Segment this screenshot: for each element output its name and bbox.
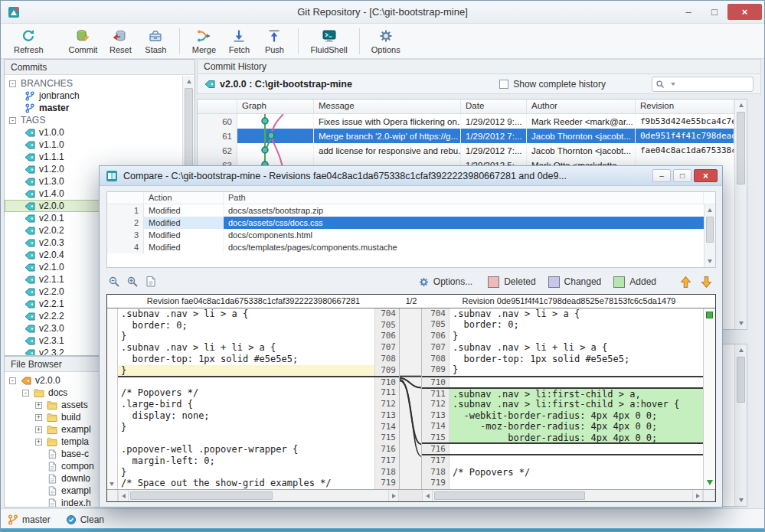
column-header-revision[interactable]: Revision <box>636 100 734 113</box>
scroll-left-icon[interactable] <box>422 490 433 501</box>
commit-table-scrollbar[interactable] <box>734 100 747 329</box>
collapse-expander-icon[interactable]: - <box>9 80 16 87</box>
tree-section-branches[interactable]: -BRANCHES <box>5 77 182 90</box>
collapse-expander-icon[interactable]: - <box>9 377 16 384</box>
tag-item-v1.1.0[interactable]: v1.1.0 <box>5 139 182 151</box>
details-scrollbar[interactable] <box>734 344 747 506</box>
diff-connector <box>400 308 421 489</box>
line-number: 709 <box>374 365 399 377</box>
column-header-author[interactable]: Author <box>527 100 636 113</box>
close-button[interactable]: × <box>727 4 762 20</box>
scroll-down-icon[interactable] <box>735 494 747 506</box>
column-header-graph[interactable]: Graph <box>237 100 314 113</box>
legend-deleted: Deleted <box>488 276 535 288</box>
file-row[interactable]: 4Modifieddocs/templates/pages/components… <box>107 241 704 253</box>
branches-section-label: BRANCHES <box>21 78 73 89</box>
reset-button[interactable]: Reset <box>103 25 138 57</box>
file-row[interactable]: 1Modifieddocs/assets/bootstrap.zip <box>107 204 704 217</box>
refresh-button[interactable]: Refresh <box>8 25 49 57</box>
scroll-right-icon[interactable] <box>388 490 399 501</box>
diff-horizontal-scrollbars <box>107 489 715 501</box>
tags-section-label: TAGS <box>21 115 46 126</box>
window-bottom-accent <box>1 528 764 531</box>
collapse-expander-icon[interactable]: + <box>35 414 42 421</box>
file-action: Modified <box>144 229 224 241</box>
collapse-expander-icon[interactable]: + <box>35 439 42 446</box>
column-header-message[interactable]: Message <box>314 100 461 113</box>
line-number: 714 <box>422 421 450 432</box>
export-icon[interactable] <box>143 275 159 289</box>
scroll-down-icon[interactable] <box>110 482 114 486</box>
scroll-up-icon[interactable] <box>735 344 747 356</box>
push-button[interactable]: Push <box>257 25 292 57</box>
collapse-expander-icon[interactable]: - <box>9 117 16 124</box>
file-action: Modified <box>144 204 224 217</box>
scroll-track[interactable] <box>129 490 388 501</box>
scroll-up-icon[interactable] <box>183 76 195 87</box>
right-pane-hscrollbar[interactable] <box>422 490 703 501</box>
scroll-left-icon[interactable] <box>118 490 129 501</box>
dialog-close-button[interactable]: × <box>694 169 718 182</box>
commit-row[interactable]: 60Fixes issue with Opera flickering on..… <box>198 114 734 129</box>
collapse-expander-icon[interactable]: + <box>35 402 42 409</box>
history-panel-header: Commit History <box>197 59 761 74</box>
branch-item-master[interactable]: master <box>5 102 182 114</box>
scroll-track[interactable] <box>433 490 692 501</box>
dialog-maximize-button[interactable]: □ <box>673 169 691 182</box>
commit-row[interactable]: 61Merge branch '2.0-wip' of https://g...… <box>198 129 734 143</box>
merge-button[interactable]: Merge <box>186 25 221 57</box>
scroll-down-icon[interactable] <box>705 256 715 267</box>
left-pane-hscrollbar[interactable] <box>118 490 399 501</box>
scrollbar-thumb[interactable] <box>737 112 745 184</box>
file-row[interactable]: 3Modifieddocs/components.html <box>107 229 704 241</box>
fetch-button[interactable]: Fetch <box>221 25 257 57</box>
commit-button[interactable]: Commit <box>64 25 103 57</box>
scrollbar-thumb[interactable] <box>737 357 745 403</box>
tag-item-v1.0.0[interactable]: v1.0.0 <box>5 126 182 139</box>
fluidshell-button[interactable]: FluidShell <box>305 25 352 57</box>
dialog-minimize-button[interactable]: – <box>652 169 671 182</box>
line-number: 710 <box>422 377 450 387</box>
author-cell: Jacob Thornton <jacobt... <box>527 129 636 143</box>
file-column-header-action[interactable]: Action <box>144 192 224 204</box>
collapse-expander-icon[interactable]: + <box>35 426 42 433</box>
branch-item-jonbranch[interactable]: jonbranch <box>5 90 182 102</box>
tree-section-tags[interactable]: -TAGS <box>5 114 182 126</box>
previous-change-icon[interactable] <box>679 276 692 289</box>
next-change-marker-icon[interactable] <box>707 480 713 485</box>
commits-panel-header: Commits <box>5 60 195 75</box>
zoom-in-icon[interactable] <box>125 275 140 289</box>
stash-button[interactable]: Stash <box>138 25 173 57</box>
diff-left-scroll-strip[interactable] <box>107 308 118 489</box>
history-search-input[interactable] <box>675 80 750 89</box>
scroll-up-icon[interactable] <box>735 100 747 111</box>
added-change-marker[interactable] <box>706 312 713 318</box>
line-number: 716 <box>374 444 399 455</box>
options-button[interactable]: Options <box>366 25 406 57</box>
scroll-gutter-spacer <box>399 490 422 501</box>
maximize-button[interactable]: □ <box>701 4 727 20</box>
scroll-right-icon[interactable] <box>692 490 703 501</box>
scrollbar-thumb[interactable] <box>706 217 714 243</box>
diff-options-button[interactable]: Options... <box>418 276 472 288</box>
file-column-header-path[interactable]: Path <box>224 192 704 204</box>
minimize-button[interactable]: – <box>675 4 701 20</box>
date-cell: 1/29/2012 7:... <box>461 129 527 143</box>
file-row[interactable]: 2Modifieddocs/assets/css/docs.css <box>107 217 704 229</box>
column-header-date[interactable]: Date <box>461 100 527 113</box>
tag-item-v1.1.1[interactable]: v1.1.1 <box>5 151 182 163</box>
scrollbar-thumb[interactable] <box>434 491 585 500</box>
scroll-down-icon[interactable] <box>735 318 747 329</box>
diff-change-map[interactable] <box>703 308 715 489</box>
code-text: .subnav .nav > li:first-child > a:hover … <box>450 399 703 410</box>
collapse-expander-icon[interactable]: - <box>22 390 29 397</box>
next-change-icon[interactable] <box>700 276 713 289</box>
zoom-out-icon[interactable] <box>106 275 122 289</box>
scrollbar-thumb[interactable] <box>130 491 273 500</box>
show-complete-history-toggle[interactable]: Show complete history <box>499 79 606 90</box>
files-list-scrollbar[interactable] <box>704 204 715 267</box>
diff-line: 716 <box>422 444 703 455</box>
show-complete-history-checkbox[interactable] <box>499 80 508 89</box>
scroll-up-icon[interactable] <box>705 204 715 216</box>
commit-row[interactable]: 62add license for responsive and rebu...… <box>198 143 734 158</box>
